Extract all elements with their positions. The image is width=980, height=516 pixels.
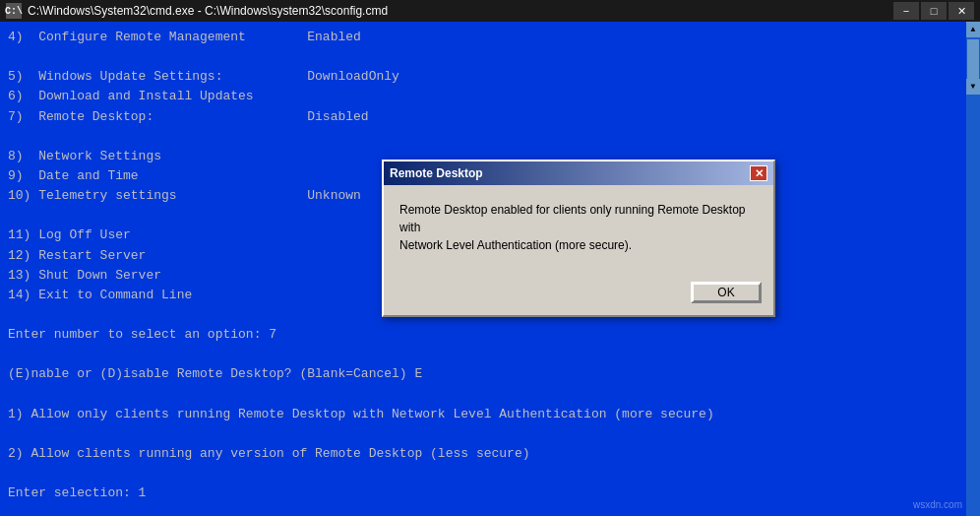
close-button[interactable]: ✕ [949, 2, 974, 20]
dialog-overlay: Remote Desktop ✕ Remote Desktop enabled … [0, 22, 980, 516]
window-title: C:\Windows\System32\cmd.exe - C:\Windows… [28, 4, 893, 18]
scroll-up-button[interactable]: ▲ [966, 22, 980, 37]
scroll-down-button[interactable]: ▼ [966, 79, 980, 95]
remote-desktop-dialog: Remote Desktop ✕ Remote Desktop enabled … [382, 160, 775, 317]
cmd-icon: C:\ [6, 3, 22, 19]
minimize-button[interactable]: − [893, 2, 919, 20]
dialog-close-button[interactable]: ✕ [750, 165, 767, 181]
title-bar: C:\ C:\Windows\System32\cmd.exe - C:\Win… [0, 0, 980, 22]
dialog-body: Remote Desktop enabled for clients only … [384, 185, 773, 282]
dialog-title-bar: Remote Desktop ✕ [384, 161, 773, 185]
dialog-ok-button[interactable]: OK [691, 282, 762, 303]
dialog-footer: OK [384, 282, 773, 315]
dialog-message: Remote Desktop enabled for clients only … [399, 201, 758, 254]
cmd-window: 4) Configure Remote Management Enabled 5… [0, 22, 980, 516]
maximize-button[interactable]: □ [921, 2, 947, 20]
window-controls: − □ ✕ [893, 2, 974, 20]
dialog-title: Remote Desktop [390, 164, 483, 183]
watermark: wsxdn.com [913, 497, 962, 513]
scrollbar: ▲ ▼ [966, 22, 980, 516]
scroll-thumb[interactable] [967, 39, 979, 79]
